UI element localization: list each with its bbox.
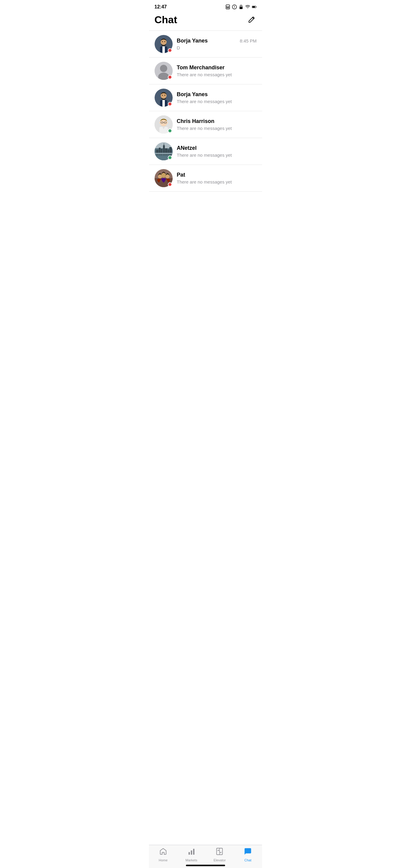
chat-content-pat: Pat There are no messages yet xyxy=(177,172,257,184)
chat-name-borja1: Borja Yanes xyxy=(177,38,208,44)
tab-item-elevator[interactable]: Elevator xyxy=(205,847,234,862)
chat-preview-tom: There are no messages yet xyxy=(177,72,257,77)
chart-icon xyxy=(187,847,195,857)
chat-preview-anetzel: There are no messages yet xyxy=(177,153,257,158)
chat-name-chris: Chris Harrison xyxy=(177,118,215,124)
chat-top-borja2: Borja Yanes xyxy=(177,91,257,98)
status-dot-pat xyxy=(168,182,172,187)
chat-preview-borja1: D xyxy=(177,45,257,50)
svg-rect-2 xyxy=(228,6,229,7)
chat-top-borja1: Borja Yanes 8:45 PM xyxy=(177,38,257,44)
chat-content-chris: Chris Harrison There are no messages yet xyxy=(177,118,257,131)
status-dot-borja2 xyxy=(168,102,172,106)
lock-icon xyxy=(239,4,244,9)
svg-rect-0 xyxy=(226,5,230,9)
page-title: Chat xyxy=(155,14,178,26)
svg-point-21 xyxy=(164,95,165,96)
svg-point-30 xyxy=(167,122,168,124)
chat-item-tom[interactable]: Tom Merchandiser There are no messages y… xyxy=(149,58,262,84)
avatar-wrapper-pat xyxy=(155,169,173,187)
chat-item-chris[interactable]: Chris Harrison There are no messages yet xyxy=(149,111,262,138)
status-bar: 12:47 ! xyxy=(149,0,262,11)
chat-time-borja1: 8:45 PM xyxy=(240,38,257,43)
chat-content-borja1: Borja Yanes 8:45 PM D xyxy=(177,38,257,50)
status-dot-chris xyxy=(168,129,172,133)
house-icon xyxy=(159,847,167,857)
svg-rect-8 xyxy=(252,6,255,7)
home-indicator xyxy=(186,865,225,866)
avatar-wrapper-anetzel xyxy=(155,142,173,160)
svg-text:!: ! xyxy=(234,5,235,9)
chat-top-tom: Tom Merchandiser xyxy=(177,64,257,71)
chat-name-borja2: Borja Yanes xyxy=(177,91,208,98)
chat-item-borja2[interactable]: Borja Yanes There are no messages yet xyxy=(149,84,262,111)
wifi-icon xyxy=(245,4,250,9)
chat-item-borja1[interactable]: Borja Yanes 8:45 PM D xyxy=(149,31,262,58)
avatar-wrapper-chris xyxy=(155,116,173,133)
tab-label-chat: Chat xyxy=(244,858,251,862)
status-dot-anetzel xyxy=(168,156,172,160)
tab-item-markets[interactable]: Markets xyxy=(177,847,205,862)
chat-top-anetzel: ANetzel xyxy=(177,145,257,151)
tab-label-markets: Markets xyxy=(186,858,197,862)
chat-name-tom: Tom Merchandiser xyxy=(177,64,225,71)
sim-icon xyxy=(225,4,230,9)
chat-preview-pat: There are no messages yet xyxy=(177,179,257,184)
chat-item-pat[interactable]: Pat There are no messages yet xyxy=(149,165,262,192)
svg-rect-3 xyxy=(227,7,229,8)
tab-item-chat[interactable]: Chat xyxy=(234,847,262,862)
chat-content-borja2: Borja Yanes There are no messages yet xyxy=(177,91,257,104)
chat-icon xyxy=(244,847,252,857)
chat-content-tom: Tom Merchandiser There are no messages y… xyxy=(177,64,257,77)
chat-name-anetzel: ANetzel xyxy=(177,145,197,151)
chat-list: Borja Yanes 8:45 PM D Tom Merchandiser xyxy=(149,31,262,219)
status-dot-tom xyxy=(168,75,172,79)
avatar-wrapper-borja1 xyxy=(155,35,173,53)
chat-item-anetzel[interactable]: ANetzel There are no messages yet xyxy=(149,138,262,165)
avatar-wrapper-borja2 xyxy=(155,89,173,107)
svg-rect-1 xyxy=(227,6,227,7)
status-icons: ! xyxy=(225,4,257,9)
header: Chat xyxy=(149,11,262,31)
chat-name-pat: Pat xyxy=(177,172,185,178)
svg-rect-38 xyxy=(163,145,165,156)
svg-rect-23 xyxy=(162,100,165,107)
compose-icon xyxy=(247,16,255,24)
chat-top-pat: Pat xyxy=(177,172,257,178)
tab-label-home: Home xyxy=(159,858,167,862)
tab-item-home[interactable]: Home xyxy=(149,847,178,862)
elevator-icon xyxy=(216,847,224,857)
svg-rect-44 xyxy=(155,153,173,154)
chat-preview-borja2: There are no messages yet xyxy=(177,99,257,104)
tab-label-elevator: Elevator xyxy=(214,858,226,862)
chat-preview-chris: There are no messages yet xyxy=(177,126,257,131)
status-time: 12:47 xyxy=(155,4,167,10)
chat-content-anetzel: ANetzel There are no messages yet xyxy=(177,145,257,158)
chat-top-chris: Chris Harrison xyxy=(177,118,257,124)
svg-rect-50 xyxy=(188,852,190,855)
svg-point-16 xyxy=(160,65,167,72)
alert-icon: ! xyxy=(232,4,237,9)
compose-button[interactable] xyxy=(246,14,257,25)
battery-icon xyxy=(252,4,257,9)
avatar-wrapper-tom xyxy=(155,62,173,80)
svg-point-20 xyxy=(162,95,163,96)
svg-rect-51 xyxy=(191,850,192,855)
svg-rect-6 xyxy=(240,7,243,9)
status-dot-borja1 xyxy=(168,48,172,53)
svg-point-12 xyxy=(164,41,165,42)
svg-rect-52 xyxy=(193,849,194,855)
svg-point-29 xyxy=(159,122,161,124)
svg-point-11 xyxy=(162,41,163,42)
